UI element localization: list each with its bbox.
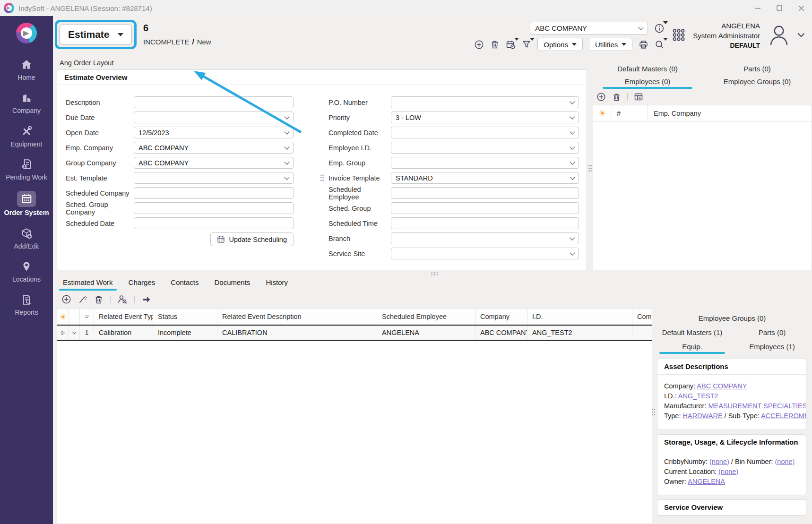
info-button[interactable] [654, 23, 665, 34]
group-company-select[interactable]: ABC COMPANY [134, 157, 294, 169]
column-config-button[interactable] [593, 105, 612, 121]
priority-select[interactable]: 3 - LOW [391, 112, 579, 123]
panel-splitter-handle[interactable] [651, 408, 656, 416]
wand-icon[interactable] [78, 295, 87, 304]
manufacturer-link[interactable]: MEASUREMENT SPECIALTIES [708, 402, 806, 410]
emp-company-select[interactable]: ABC COMPANY [134, 142, 294, 154]
description-input[interactable] [134, 96, 294, 108]
table-row[interactable]: 1 Calibration Incomplete CALIBRATION ANG… [57, 325, 652, 341]
tab-documents[interactable]: Documents [213, 278, 252, 291]
sched-group-input[interactable] [391, 202, 579, 214]
row-dropdown-button[interactable] [69, 326, 80, 340]
invoice-template-select[interactable]: STANDARD [391, 172, 579, 184]
maximize-button[interactable] [769, 0, 790, 16]
cribby-link[interactable]: (none) [709, 458, 729, 465]
add-icon[interactable] [474, 40, 484, 50]
column-header[interactable]: I.D. [527, 309, 632, 325]
search-icon[interactable] [655, 40, 665, 50]
row-expand-button[interactable] [57, 326, 69, 340]
scheduled-company-input[interactable] [134, 187, 294, 199]
owner-link[interactable]: ANGELENA [688, 478, 725, 485]
update-scheduling-button[interactable]: Update Scheduling [210, 232, 294, 246]
delete-icon[interactable] [94, 295, 104, 304]
sidebar-item-locations[interactable]: Locations [0, 255, 53, 288]
scheduled-time-input[interactable] [391, 217, 579, 229]
completed-date-select[interactable] [391, 127, 579, 138]
form-view-icon[interactable] [634, 92, 643, 102]
service-site-select[interactable] [391, 248, 579, 259]
po-number-select[interactable] [391, 96, 579, 108]
company-link[interactable]: ABC COMPANY [697, 382, 747, 390]
user-menu-chevron-icon[interactable] [796, 30, 806, 40]
employee-id-select[interactable] [391, 142, 579, 154]
utilities-button[interactable]: Utilities [589, 38, 632, 51]
branch-select[interactable] [391, 232, 579, 244]
tab-default-masters[interactable]: Default Masters (0) [593, 63, 702, 76]
bin-number-link[interactable]: (none) [775, 458, 795, 465]
tab-estimated-work[interactable]: Estimated Work [61, 278, 114, 291]
tab-history[interactable]: History [264, 278, 289, 291]
tab-equip[interactable]: Equip. [652, 340, 732, 354]
tab-parts[interactable]: Parts (0) [732, 326, 812, 340]
row-number-header[interactable] [80, 309, 94, 325]
company-selector[interactable]: ABC COMPANY [530, 22, 648, 34]
print-icon[interactable] [639, 40, 648, 50]
column-header-number[interactable]: # [612, 105, 648, 121]
add-icon[interactable] [61, 294, 71, 304]
column-header[interactable]: Status [153, 309, 217, 325]
sidebar-item-equipment[interactable]: Equipment [0, 120, 53, 153]
delete-icon[interactable] [612, 93, 621, 102]
separator [110, 296, 111, 303]
panel-splitter-handle[interactable] [588, 164, 592, 172]
tab-parts[interactable]: Parts (0) [702, 63, 812, 76]
column-header[interactable]: Related Event Type [94, 309, 153, 325]
est-template-select[interactable] [134, 172, 294, 184]
sidebar-item-pending-work[interactable]: $ Pending Work [0, 153, 53, 186]
open-date-select[interactable]: 12/5/2023 [134, 127, 294, 138]
calendar-icon[interactable] [506, 40, 516, 50]
storage-info-card: Storage, Usage, & Lifecycle Information … [657, 434, 806, 495]
close-button[interactable] [790, 0, 812, 16]
scheduled-employee-input[interactable] [391, 187, 579, 199]
chevron-down-icon [572, 43, 577, 46]
tab-employee-groups[interactable]: Employee Groups (0) [652, 312, 812, 326]
active-tab-underline [659, 352, 725, 354]
id-link[interactable]: ANG_TEST2 [678, 392, 718, 400]
column-header[interactable]: Company [475, 309, 527, 325]
column-header-company[interactable]: Emp. Company [648, 110, 812, 117]
sidebar-item-order-system[interactable]: Order System [0, 186, 53, 222]
sidebar-item-home[interactable]: Home [0, 53, 53, 86]
current-location-link[interactable]: (none) [718, 468, 738, 475]
sidebar-item-add-edit[interactable]: Add/Edit [0, 222, 53, 255]
forward-arrow-icon[interactable] [141, 294, 152, 305]
minimize-button[interactable] [747, 0, 769, 16]
due-date-select[interactable] [134, 112, 294, 123]
tab-employee-groups[interactable]: Employee Groups (0) [702, 76, 812, 89]
add-icon[interactable] [596, 92, 606, 102]
sidebar-item-company[interactable]: Company [0, 86, 53, 119]
column-header[interactable]: Related Event Description [217, 309, 377, 325]
person-search-icon[interactable] [117, 294, 128, 305]
tab-contacts[interactable]: Contacts [169, 278, 200, 291]
record-type-dropdown[interactable]: Estimate [60, 25, 132, 44]
column-config-button[interactable] [57, 309, 69, 325]
subtype-link[interactable]: ACCELEROMETER [761, 412, 806, 420]
tab-charges[interactable]: Charges [127, 278, 157, 291]
sidebar-item-reports[interactable]: Reports [0, 288, 53, 321]
tab-employees[interactable]: Employees (1) [732, 340, 812, 354]
horizontal-splitter[interactable] [57, 270, 812, 277]
delete-icon[interactable] [490, 40, 500, 49]
avatar[interactable] [767, 23, 791, 47]
options-button[interactable]: Options [537, 38, 583, 51]
filter-icon[interactable] [522, 40, 531, 49]
tab-employees[interactable]: Employees (0) [593, 76, 702, 89]
column-header[interactable]: Scheduled Employee [377, 309, 475, 325]
emp-group-select[interactable] [391, 157, 579, 169]
sched-group-company-input[interactable] [134, 202, 294, 214]
apps-grid-icon[interactable] [672, 28, 686, 42]
column-header[interactable]: Com [632, 309, 652, 325]
drag-handle[interactable] [320, 174, 324, 182]
scheduled-date-input[interactable] [134, 217, 294, 229]
type-link[interactable]: HARDWARE [683, 412, 723, 420]
tab-default-masters[interactable]: Default Masters (1) [652, 326, 732, 340]
